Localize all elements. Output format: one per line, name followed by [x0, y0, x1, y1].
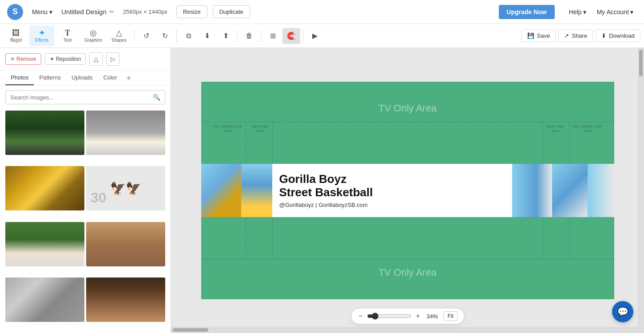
- divider-5: [303, 29, 303, 43]
- tool-group-left: 🖼 Bkgrd ✦ Effects T Text ◎ Graphics △ Sh…: [4, 26, 131, 46]
- image-item-5[interactable]: [5, 222, 84, 266]
- zoom-percent: 34%: [425, 313, 440, 320]
- account-button[interactable]: My Account ▾: [593, 7, 637, 17]
- image-item-2[interactable]: [86, 111, 165, 155]
- banner-right-photos: [512, 164, 614, 217]
- copy-button[interactable]: ⧉: [179, 28, 197, 44]
- shapes-icon: △: [116, 29, 122, 37]
- bkgrd-icon: 🖼: [12, 29, 20, 37]
- menu-chevron-icon: ▾: [49, 8, 52, 16]
- banner-strip[interactable]: Gorilla Boyz Street Basketball @Gorillab…: [201, 164, 614, 217]
- sidebar-actions: ✕ Remove ✦ Reposition △ ▷: [0, 48, 171, 71]
- align-button[interactable]: △: [89, 52, 103, 66]
- layer-down-button[interactable]: ⬇: [198, 28, 216, 44]
- tab-patterns[interactable]: Patterns: [34, 71, 66, 85]
- grid-button[interactable]: ⊞: [264, 28, 282, 44]
- scrollbar-v-thumb[interactable]: [639, 50, 643, 76]
- tool-text[interactable]: T Text: [55, 26, 80, 46]
- image-item-3[interactable]: [5, 166, 84, 210]
- reposition-button[interactable]: ✦ Reposition: [45, 53, 86, 65]
- image-item-4[interactable]: 🦅🦅 30: [86, 166, 165, 210]
- edit-title-icon[interactable]: ✏: [109, 8, 114, 15]
- tool-shapes[interactable]: △ Shapes: [107, 26, 131, 46]
- help-button[interactable]: Help ▾: [565, 7, 590, 17]
- tool-graphics[interactable]: ◎ Graphics: [81, 26, 106, 46]
- divider-2: [176, 29, 177, 43]
- share-icon: ↗: [564, 32, 569, 39]
- search-icon-button[interactable]: 🔍: [148, 91, 165, 104]
- zoom-out-button[interactable]: −: [358, 312, 363, 320]
- safe-label-max-right: Max Desktop Safe Area: [570, 124, 605, 133]
- zoom-in-button[interactable]: +: [415, 312, 421, 320]
- safe-line-bottom: [201, 259, 614, 259]
- share-button[interactable]: ↗ Share: [558, 29, 593, 42]
- text-icon: T: [65, 29, 70, 37]
- tool-effects[interactable]: ✦ Effects: [29, 26, 54, 46]
- undo-button[interactable]: ↺: [137, 28, 155, 44]
- tool-bkgrd[interactable]: 🖼 Bkgrd: [4, 26, 28, 46]
- zoom-bar: − + 34% Fit: [351, 308, 464, 324]
- tab-uploads[interactable]: Uploads: [66, 71, 98, 85]
- tool-group-actions: ↺ ↻ ⧉ ⬇ ⬆ 🗑 ⊞ 🧲 ▶: [137, 28, 324, 44]
- image-item-8[interactable]: [86, 278, 165, 322]
- layer-up-button[interactable]: ⬆: [217, 28, 235, 44]
- arrow-button[interactable]: ▷: [106, 52, 119, 66]
- image-grid: 🦅🦅 30: [0, 109, 171, 333]
- download-icon: ⬇: [601, 32, 606, 39]
- snap-button[interactable]: 🧲: [282, 28, 300, 44]
- design-size: 2560px × 1440px: [119, 8, 171, 15]
- main-layout: ✕ Remove ✦ Reposition △ ▷ Photos Pattern…: [0, 48, 644, 333]
- upgrade-button[interactable]: Upgrade Now: [499, 5, 555, 19]
- resize-button[interactable]: Resize: [176, 5, 207, 18]
- safe-label-max-left: Max Desktop Safe Area: [210, 124, 246, 133]
- tab-photos[interactable]: Photos: [5, 71, 34, 85]
- scrollbar-horizontal[interactable]: [171, 327, 638, 333]
- toolbar-row: 🖼 Bkgrd ✦ Effects T Text ◎ Graphics △ Sh…: [0, 24, 644, 48]
- save-icon: 💾: [527, 32, 534, 39]
- canvas-area[interactable]: TV Only Area TV Only Area Max Desktop Sa…: [171, 48, 644, 333]
- banner-photo-4[interactable]: [552, 164, 588, 217]
- tab-color[interactable]: Color: [98, 71, 123, 85]
- duplicate-button[interactable]: Duplicate: [213, 5, 250, 18]
- download-button[interactable]: ⬇ Download: [596, 29, 640, 42]
- divider-3: [237, 29, 238, 43]
- toolbar-right: 💾 Save ↗ Share ⬇ Download: [521, 29, 640, 42]
- search-area: 🔍: [0, 86, 171, 109]
- chat-button[interactable]: 💬: [612, 301, 633, 322]
- banner-photo-1[interactable]: [201, 164, 241, 217]
- zoom-fit-button[interactable]: Fit: [444, 311, 457, 321]
- delete-button[interactable]: 🗑: [240, 28, 258, 44]
- banner-text-area: Gorilla Boyz Street Basketball @Gorillab…: [272, 164, 512, 217]
- divider-1: [134, 29, 135, 43]
- remove-icon: ✕: [10, 56, 15, 62]
- help-chevron-icon: ▾: [583, 8, 586, 16]
- image-item-7[interactable]: [5, 278, 84, 322]
- banner-photo-5[interactable]: [588, 164, 614, 217]
- image-item-6[interactable]: [86, 222, 165, 266]
- remove-button[interactable]: ✕ Remove: [5, 53, 41, 65]
- design-canvas[interactable]: TV Only Area TV Only Area Max Desktop Sa…: [201, 82, 614, 299]
- sidebar: ✕ Remove ✦ Reposition △ ▷ Photos Pattern…: [0, 48, 171, 333]
- search-input[interactable]: [6, 91, 148, 104]
- chat-icon: 💬: [617, 306, 628, 317]
- banner-title: Gorilla Boyz Street Basketball: [279, 173, 505, 199]
- banner-photo-3[interactable]: [512, 164, 552, 217]
- banner-left-photos: [201, 164, 272, 217]
- scrollbar-h-thumb[interactable]: [173, 328, 208, 332]
- image-item-1[interactable]: [5, 111, 84, 155]
- search-box: 🔍: [5, 90, 165, 104]
- video-button[interactable]: ▶: [306, 28, 324, 44]
- safe-label-tablet-right: Tablet Safe Area: [544, 124, 566, 133]
- redo-button[interactable]: ↻: [156, 28, 174, 44]
- safe-line-top: [201, 122, 614, 122]
- banner-photo-2[interactable]: [241, 164, 272, 217]
- save-button[interactable]: 💾 Save: [521, 29, 556, 42]
- menu-button[interactable]: Menu ▾: [28, 6, 56, 18]
- tab-star[interactable]: ★: [123, 71, 135, 85]
- zoom-slider[interactable]: [367, 313, 411, 320]
- scrollbar-vertical[interactable]: [638, 48, 644, 333]
- top-right-actions: Help ▾ My Account ▾: [565, 7, 637, 17]
- canvas-scroll: TV Only Area TV Only Area Max Desktop Sa…: [171, 48, 644, 333]
- account-chevron-icon: ▾: [630, 8, 633, 16]
- design-title: Untitled Design: [61, 8, 107, 16]
